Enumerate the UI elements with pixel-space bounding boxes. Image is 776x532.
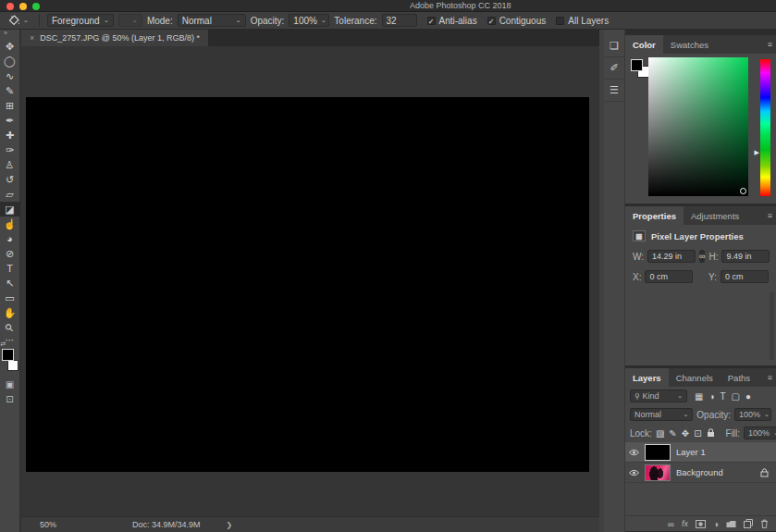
close-tab-icon[interactable]: × [30, 33, 34, 43]
paint-bucket-tool[interactable]: ◪ [0, 202, 20, 217]
crop-tool[interactable]: ⊞ [0, 98, 20, 113]
move-tool[interactable]: ✥ [0, 39, 20, 54]
history-brush-tool[interactable]: ↺ [0, 172, 20, 187]
close-window-button[interactable] [6, 3, 14, 10]
contiguous-checkbox[interactable]: ✓ Contiguous [487, 16, 547, 26]
type-tool[interactable]: T [0, 261, 20, 276]
layer-row-background[interactable]: Background [625, 463, 776, 483]
quick-selection-tool[interactable]: ✎ [0, 83, 20, 98]
fill-source-dropdown[interactable]: Foreground ⌄ [47, 14, 114, 27]
canvas-viewport[interactable] [21, 46, 599, 516]
filter-pixel-layers-icon[interactable]: ▦ [695, 391, 703, 402]
zoom-level-field[interactable]: 50% [40, 520, 77, 529]
delete-layer-icon[interactable] [760, 519, 769, 528]
visibility-eye-icon[interactable] [629, 449, 639, 456]
panel-menu-icon[interactable]: ≡ [768, 211, 772, 220]
pen-tool[interactable]: ⊘ [0, 246, 20, 261]
panel-menu-icon[interactable]: ≡ [768, 373, 772, 382]
lock-image-pixels-icon[interactable]: ✎ [669, 428, 676, 439]
zoom-tool[interactable]: ⚲ [0, 320, 20, 335]
canvas-image[interactable] [26, 97, 589, 472]
new-adjustment-layer-icon[interactable]: ◑ [713, 519, 719, 529]
tab-properties[interactable]: Properties [625, 206, 684, 225]
anti-alias-checkbox[interactable]: ✓ Anti-alias [427, 16, 477, 26]
foreground-background-swatches[interactable]: ⇄ [1, 349, 19, 371]
pattern-picker[interactable]: ⌄ [118, 14, 142, 27]
background-color-swatch[interactable] [7, 360, 18, 371]
filter-adjustment-layers-icon[interactable]: ◑ [708, 391, 714, 402]
saturation-brightness-map[interactable] [648, 57, 748, 196]
properties-scrollbar[interactable] [770, 291, 774, 360]
tab-adjustments[interactable]: Adjustments [684, 206, 746, 225]
layer-name[interactable]: Background [676, 467, 755, 477]
minimize-window-button[interactable] [19, 3, 27, 10]
eraser-tool[interactable]: ▱ [0, 187, 20, 202]
tab-paths[interactable]: Paths [721, 368, 758, 387]
quick-mask-button[interactable]: ▣ [0, 377, 20, 391]
clone-stamp-tool[interactable]: ♙ [0, 157, 20, 172]
path-selection-tool[interactable]: ↖ [0, 276, 20, 291]
hue-slider-arrow-icon[interactable]: ▶ [755, 149, 759, 156]
document-tab[interactable]: × DSC_2757.JPG @ 50% (Layer 1, RGB/8) * [21, 30, 208, 46]
tool-presets-panel-button[interactable]: ☰ [605, 80, 624, 102]
color-selection-point[interactable] [740, 188, 746, 194]
zoom-window-button[interactable] [32, 3, 40, 10]
status-options-chevron-icon[interactable]: ❯ [227, 521, 233, 529]
smudge-tool[interactable]: ☝ [0, 217, 20, 231]
mode-dropdown[interactable]: Normal ⌄ [178, 14, 246, 27]
filter-type-layers-icon[interactable]: T [721, 391, 726, 402]
new-group-icon[interactable] [726, 520, 736, 528]
blend-mode-dropdown[interactable]: Normal ⌄ [630, 408, 693, 421]
tab-channels[interactable]: Channels [669, 368, 721, 387]
layer-effects-icon[interactable]: fx [682, 519, 688, 528]
tolerance-input[interactable] [382, 14, 417, 27]
panel-menu-icon[interactable]: ≡ [768, 40, 772, 49]
brush-tool[interactable]: ✑ [0, 142, 20, 157]
healing-brush-icon: ✚ [6, 130, 14, 142]
foreground-color-swatch[interactable] [2, 349, 14, 361]
lock-position-icon[interactable]: ✥ [682, 428, 689, 439]
rectangle-tool[interactable]: ▭ [0, 291, 20, 305]
layer-thumbnail[interactable] [645, 464, 671, 481]
link-layers-icon[interactable]: ∞ [668, 519, 674, 529]
spot-healing-brush-tool[interactable]: ✚ [0, 128, 20, 142]
dodge-tool[interactable]: ◕ [0, 231, 20, 246]
height-input[interactable] [721, 250, 770, 263]
lock-artboard-icon[interactable]: ⊡ [694, 428, 701, 439]
all-layers-checkbox[interactable]: All Layers [556, 16, 609, 26]
screen-mode-button[interactable]: ⊡ [0, 391, 20, 406]
layer-opacity-dropdown[interactable]: 100% ⌄ [734, 408, 771, 421]
tab-layers[interactable]: Layers [625, 368, 669, 387]
layer-row-layer-1[interactable]: Layer 1 [625, 442, 776, 463]
eyedropper-tool[interactable]: ✒ [0, 113, 20, 128]
visibility-eye-icon[interactable] [629, 469, 639, 476]
path-selection-icon: ↖ [6, 278, 14, 290]
fill-dropdown[interactable]: 100% ⌄ [744, 427, 776, 439]
x-input[interactable] [645, 270, 693, 283]
filter-smart-objects-icon[interactable]: ● [745, 391, 751, 402]
add-layer-mask-icon[interactable] [696, 520, 706, 528]
link-dimensions-icon[interactable]: ∞ [699, 250, 705, 263]
filter-kind-dropdown[interactable]: ⚲ Kind ⌄ [630, 390, 687, 402]
tab-color[interactable]: Color [625, 35, 663, 54]
hand-tool[interactable]: ✋ [0, 305, 20, 320]
collapse-tools-icon[interactable]: » [0, 30, 7, 39]
opacity-dropdown[interactable]: 100% ⌄ [289, 14, 329, 27]
lock-all-icon[interactable] [707, 428, 715, 438]
lasso-tool[interactable]: ∿ [0, 68, 20, 83]
layer-name[interactable]: Layer 1 [676, 447, 772, 457]
filter-shape-layers-icon[interactable]: ▢ [732, 391, 740, 402]
brush-settings-panel-button[interactable]: ✐ [605, 57, 624, 80]
swap-swatches-icon[interactable]: ⇄ [1, 340, 19, 349]
lock-transparent-pixels-icon[interactable]: ▨ [656, 428, 664, 439]
new-layer-icon[interactable] [744, 519, 753, 528]
elliptical-marquee-tool[interactable]: ◯ [0, 54, 20, 68]
history-panel-button[interactable]: ❏ [605, 35, 624, 57]
hue-slider[interactable] [760, 59, 770, 196]
layer-thumbnail[interactable] [645, 444, 671, 461]
y-input[interactable] [721, 270, 769, 283]
foreground-color-swatch[interactable] [631, 59, 643, 71]
tab-swatches[interactable]: Swatches [663, 35, 716, 54]
width-input[interactable] [647, 250, 696, 263]
tool-preset-picker[interactable]: ⌄ [6, 15, 31, 26]
